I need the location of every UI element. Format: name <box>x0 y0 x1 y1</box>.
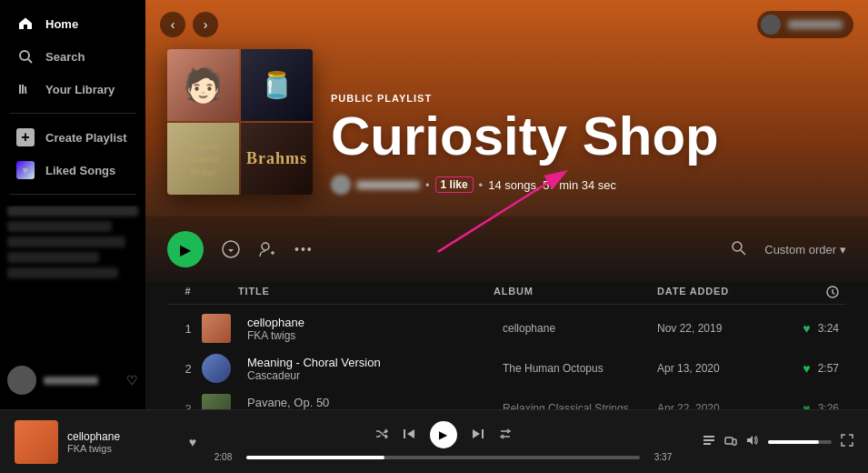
playlist-title: Curiosity Shop <box>331 109 846 164</box>
track-duration: 3:24 <box>818 322 839 335</box>
svg-marker-12 <box>407 429 414 438</box>
devices-icon <box>724 434 737 447</box>
player-right-controls <box>690 434 853 449</box>
liked-icon[interactable]: ♥ <box>803 401 810 409</box>
create-playlist-icon: + <box>16 128 35 146</box>
repeat-icon <box>499 428 512 440</box>
queue-button[interactable] <box>703 434 715 449</box>
track-list: # TITLE ALBUM DATE ADDED 1 cellophane <box>145 282 868 409</box>
download-button[interactable] <box>222 240 240 258</box>
track-album: cellophane <box>494 322 657 335</box>
sidebar-item-create-playlist[interactable]: + Create Playlist <box>7 121 138 154</box>
liked-icon[interactable]: ♥ <box>803 361 810 376</box>
play-icon: ▶ <box>180 241 191 258</box>
sidebar-item-liked-songs[interactable]: ♥ Liked Songs <box>7 154 138 186</box>
track-info: Pavane, Op. 50 L'Orchestra Cinematografi… <box>238 396 494 410</box>
library-item[interactable] <box>7 267 118 278</box>
col-album-header: ALBUM <box>494 286 657 300</box>
fullscreen-button[interactable] <box>841 434 853 449</box>
sidebar-divider <box>9 113 136 114</box>
library-item[interactable] <box>7 206 138 216</box>
follow-button[interactable] <box>258 240 276 258</box>
play-button[interactable]: ▶ <box>167 231 204 267</box>
svg-rect-15 <box>482 429 484 438</box>
track-name: cellophane <box>247 316 494 329</box>
repeat-button[interactable] <box>499 428 512 443</box>
track-date: Apr 22, 2020 <box>657 402 784 409</box>
player-heart-button[interactable]: ♥ <box>189 435 196 449</box>
progress-bar-area: 2:08 3:37 <box>207 452 679 462</box>
svg-point-9 <box>733 242 742 251</box>
track-thumbnail <box>202 314 231 343</box>
player-thumbnail <box>15 420 58 464</box>
track-search-button[interactable] <box>730 239 746 259</box>
player-track-artist: FKA twigs <box>67 443 180 454</box>
progress-bar[interactable] <box>246 456 640 459</box>
custom-order-dropdown[interactable]: Custom order ▾ <box>764 243 846 257</box>
svg-marker-20 <box>747 436 753 445</box>
player-controls-area: ▶ 2:08 3:37 <box>207 421 679 462</box>
track-info: cellophane FKA twigs <box>238 316 494 342</box>
svg-marker-14 <box>473 429 480 438</box>
playlist-mosaic: 🧑 🫙 RelaxingClassicalStrings Brahms <box>167 49 313 195</box>
sidebar-item-search[interactable]: Search <box>7 40 138 73</box>
next-button[interactable] <box>472 428 484 443</box>
queue-icon <box>703 434 715 447</box>
shuffle-button[interactable] <box>375 428 388 443</box>
col-duration-header <box>784 286 839 300</box>
mosaic-cell-2: 🫙 <box>241 49 313 121</box>
svg-point-0 <box>20 51 29 60</box>
more-button[interactable]: ••• <box>294 242 314 257</box>
mosaic-person-icon: 🧑 <box>183 66 224 105</box>
library-item[interactable] <box>7 236 125 247</box>
svg-rect-18 <box>703 443 711 445</box>
track-row[interactable]: 3 Pavane, Op. 50 L'Orchestra Cinematogra… <box>167 388 846 409</box>
track-date: Nov 22, 2019 <box>657 322 784 335</box>
track-actions: ♥ 2:57 <box>784 361 839 376</box>
player-track-area: cellophane FKA twigs ♥ <box>15 420 196 464</box>
nav-back-button[interactable]: ‹ <box>160 12 185 37</box>
library-icon <box>16 80 35 98</box>
track-search-icon <box>730 239 746 256</box>
progress-fill <box>246 456 384 459</box>
meta-avatar <box>331 175 351 195</box>
track-actions: ♥ 3:24 <box>784 321 839 336</box>
liked-icon[interactable]: ♥ <box>803 321 810 336</box>
mosaic-bottle-icon: 🫙 <box>261 70 293 100</box>
svg-line-10 <box>741 250 745 255</box>
library-item[interactable] <box>7 252 99 263</box>
track-album: Relaxing Classical Strings <box>494 402 657 409</box>
meta-separator-2: • <box>479 178 484 192</box>
player-play-button[interactable]: ▶ <box>430 421 457 448</box>
follow-icon <box>258 240 276 258</box>
player-play-icon: ▶ <box>439 428 447 441</box>
nav-forward-button[interactable]: › <box>193 12 218 37</box>
playlist-header: 🧑 🫙 RelaxingClassicalStrings Brahms PUBL… <box>145 49 868 216</box>
library-item[interactable] <box>7 221 112 232</box>
sidebar: Home Search Your Library <box>0 0 145 409</box>
sidebar-user-area: ♡ <box>0 358 145 402</box>
track-artist: Cascadeur <box>247 369 494 382</box>
track-actions: ♥ 3:26 <box>784 401 839 409</box>
like-badge[interactable]: 1 like <box>435 176 474 193</box>
user-name-sidebar <box>44 377 98 385</box>
track-row[interactable]: 1 cellophane FKA twigs cellophane Nov 22… <box>167 308 846 348</box>
user-badge[interactable] <box>757 11 853 38</box>
user-name-top <box>788 20 843 29</box>
track-album: The Human Octopus <box>494 362 657 375</box>
sidebar-item-home[interactable]: Home <box>7 7 138 40</box>
fullscreen-icon <box>841 434 853 447</box>
user-avatar-top <box>761 15 781 35</box>
mosaic-cell-1: 🧑 <box>167 49 239 121</box>
volume-bar[interactable] <box>768 440 832 444</box>
sidebar-item-library[interactable]: Your Library <box>7 73 138 106</box>
nav-buttons: ‹ › <box>160 12 218 37</box>
devices-button[interactable] <box>724 434 737 449</box>
playlist-info: PUBLIC PLAYLIST Curiosity Shop • 1 like … <box>331 93 846 195</box>
volume-button[interactable] <box>746 434 759 449</box>
progress-total: 3:37 <box>647 452 679 462</box>
heart-sidebar[interactable]: ♡ <box>126 373 138 387</box>
track-row[interactable]: 2 Meaning - Choral Version Cascadeur The… <box>167 348 846 388</box>
previous-button[interactable] <box>403 428 415 443</box>
top-bar: ‹ › <box>145 0 868 49</box>
